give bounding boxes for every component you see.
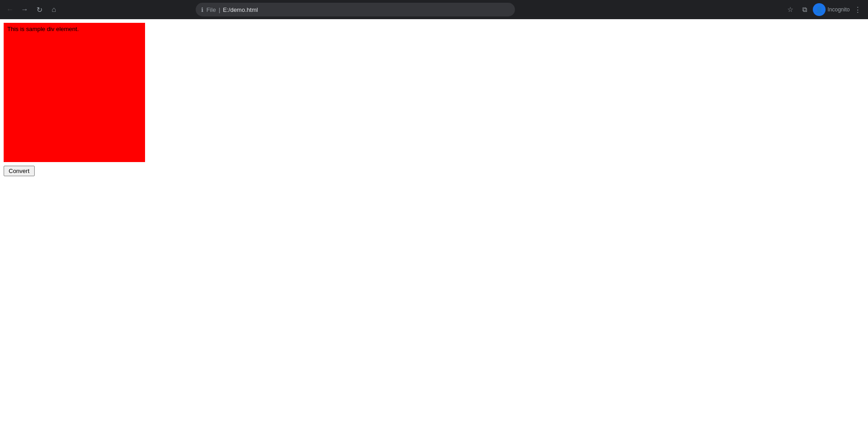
profile-button[interactable]: 👤: [813, 3, 826, 16]
forward-icon: →: [21, 5, 28, 14]
sample-div-text: This is sample div element.: [7, 26, 79, 32]
nav-buttons: ← → ↻ ⌂: [4, 3, 60, 16]
home-button[interactable]: ⌂: [47, 3, 60, 16]
reload-button[interactable]: ↻: [33, 3, 46, 16]
reload-icon: ↻: [36, 5, 42, 14]
back-icon: ←: [6, 5, 14, 14]
sample-div: This is sample div element.: [4, 23, 145, 162]
convert-button[interactable]: Convert: [4, 166, 35, 176]
address-separator: |: [218, 6, 220, 13]
tab-button[interactable]: ⧉: [798, 3, 811, 16]
profile-icon: 👤: [816, 6, 823, 13]
address-url: E:/demo.html: [223, 6, 258, 13]
address-file-label: File: [206, 6, 216, 13]
menu-icon: ⋮: [854, 5, 861, 14]
address-bar-icon: ℹ: [201, 6, 203, 13]
bookmark-button[interactable]: ☆: [784, 3, 796, 16]
address-bar[interactable]: ℹ File | E:/demo.html: [196, 3, 515, 16]
forward-button[interactable]: →: [18, 3, 31, 16]
bookmark-icon: ☆: [787, 5, 793, 14]
incognito-label: Incognito: [827, 6, 850, 13]
menu-button[interactable]: ⋮: [852, 3, 864, 16]
home-icon: ⌂: [52, 5, 56, 14]
back-button[interactable]: ←: [4, 3, 16, 16]
tab-icon: ⧉: [802, 5, 807, 14]
browser-right-actions: ☆ ⧉ 👤 Incognito ⋮: [784, 3, 864, 16]
page-content: This is sample div element. Convert: [0, 19, 868, 425]
browser-chrome: ← → ↻ ⌂ ℹ File | E:/demo.html ☆ ⧉ 👤 Inco…: [0, 0, 868, 19]
